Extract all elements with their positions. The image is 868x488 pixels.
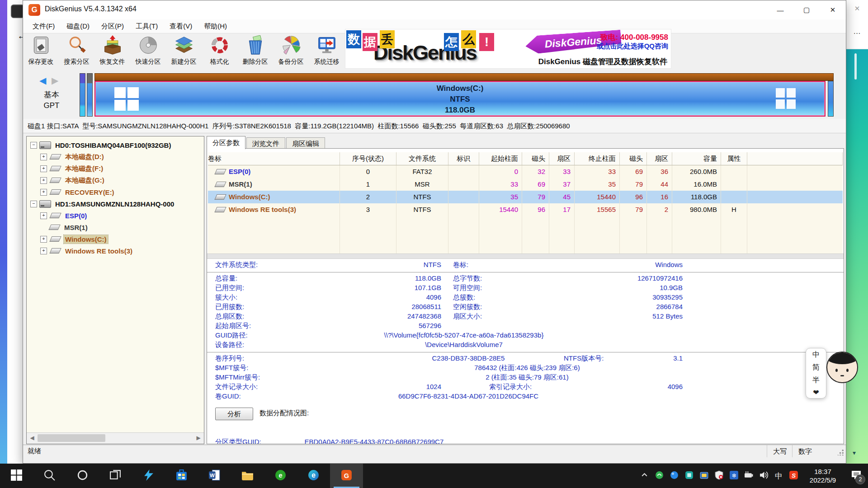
tree-expander-plus-icon[interactable]: + bbox=[40, 212, 47, 219]
taskbar-button-edge[interactable]: e bbox=[297, 464, 330, 488]
toolbar-button-format[interactable]: 格式化 bbox=[202, 35, 237, 69]
table-row-windows-re[interactable]: Windows RE tools(3)3NTFS1544096171556579… bbox=[208, 203, 843, 216]
scroll-left-arrow-icon[interactable]: ◀ bbox=[27, 433, 38, 443]
scrollbar-thumb[interactable] bbox=[38, 434, 105, 442]
taskbar-button-diskgenius[interactable]: G bbox=[330, 464, 363, 488]
tray-icon-ime[interactable]: 中 bbox=[771, 464, 786, 488]
banner-qq-link[interactable]: 或点击此处选择QQ咨询 bbox=[597, 42, 668, 51]
action-center-button[interactable]: 2 bbox=[844, 464, 868, 488]
tree-expander-plus-icon[interactable]: + bbox=[40, 177, 47, 184]
tree-expander-plus-icon[interactable]: + bbox=[40, 154, 47, 160]
toolbar-button-delete-partition[interactable]: 删除分区 bbox=[237, 35, 273, 69]
table-row-esp[interactable]: ESP(0)0FAT3203233336936260.0MB bbox=[208, 165, 843, 178]
tab-partition-params[interactable]: 分区参数 bbox=[207, 136, 245, 149]
background-more-icon[interactable]: ⋯ bbox=[846, 29, 868, 38]
toolbar-button-search-partition[interactable]: 搜索分区 bbox=[59, 35, 94, 69]
taskbar-button-lightning[interactable] bbox=[132, 464, 165, 488]
tree-horizontal-scrollbar[interactable]: ◀ ▶ bbox=[27, 432, 204, 444]
tab-browse-files[interactable]: 浏览文件 bbox=[246, 137, 285, 149]
tree-expander-plus-icon[interactable]: + bbox=[40, 248, 47, 254]
disk-header-strip[interactable] bbox=[94, 73, 834, 81]
menu-item-file[interactable]: 文件(F) bbox=[27, 19, 61, 33]
tree-expander-minus-icon[interactable]: − bbox=[30, 201, 37, 207]
tray-icon-app-green[interactable] bbox=[652, 464, 667, 488]
detail-value: \\?\Volume{fcf0fc5b-5207-47ce-a60a-7da61… bbox=[333, 331, 595, 339]
detail-row: 总容量:118.0GB总字节数:126710972416 bbox=[215, 274, 836, 284]
tree-item-windows-c[interactable]: +Windows(C:) bbox=[28, 233, 204, 245]
maximize-button[interactable]: ▢ bbox=[793, 0, 820, 19]
taskbar-button-explorer[interactable] bbox=[231, 464, 264, 488]
partition-icon bbox=[214, 194, 226, 200]
partition-bar-msr[interactable] bbox=[87, 73, 93, 117]
banner-phone[interactable]: 致电: 400-008-9958 bbox=[600, 32, 668, 42]
menu-item-help[interactable]: 帮助(H) bbox=[198, 19, 233, 33]
tray-icon-app-blue[interactable] bbox=[667, 464, 682, 488]
menu-item-tools[interactable]: 工具(T) bbox=[130, 19, 164, 33]
tree-expander-plus-icon[interactable]: + bbox=[40, 189, 47, 196]
resize-grip[interactable] bbox=[838, 449, 844, 455]
tray-icon-snowflake[interactable]: ❄ bbox=[726, 464, 741, 488]
table-row-windows-c[interactable]: Windows(C:)2NTFS357945154409616118.0GB bbox=[208, 191, 843, 203]
ime-bar-item[interactable]: 中 bbox=[812, 350, 820, 360]
taskbar-clock[interactable]: 18:372022/5/9 bbox=[801, 464, 844, 488]
tree-item-local-f[interactable]: +本地磁盘(F:) bbox=[28, 163, 204, 174]
table-cell: 69 bbox=[620, 165, 647, 178]
table-row-msr[interactable]: MSR(1)1MSR33693735794416.0MB bbox=[208, 178, 843, 191]
taskbar-button-cortana[interactable] bbox=[66, 464, 99, 488]
tray-icon-sogou[interactable]: S bbox=[786, 464, 801, 488]
toolbar-button-save-changes[interactable]: 保存更改 bbox=[23, 35, 59, 69]
ime-bar-item[interactable]: ❤ bbox=[813, 388, 819, 397]
tree-item-hd0[interactable]: −HD0:TOSHIBAMQ04ABF100(932GB) bbox=[28, 139, 204, 151]
taskbar-button-start[interactable] bbox=[0, 464, 33, 488]
tree-item-hd1[interactable]: −HD1:SAMSUNGMZNLN128HAHQ-000 bbox=[28, 198, 204, 210]
desktop-wallpaper-right: ✕ ⋯ ▾ bbox=[846, 0, 868, 464]
ad-banner[interactable]: DiskGenius DiskGenius 致电: 400-008-9958 或… bbox=[345, 29, 671, 69]
taskbar-button-browser-green[interactable]: e bbox=[264, 464, 297, 488]
taskbar-button-taskview[interactable] bbox=[99, 464, 132, 488]
partition-bar-windows-c[interactable]: Windows(C:) NTFS 118.0GB bbox=[94, 81, 826, 117]
ime-bar-item[interactable]: 半 bbox=[812, 375, 820, 385]
taskbar-button-search[interactable] bbox=[33, 464, 66, 488]
detail-value: 4096 bbox=[489, 383, 683, 390]
column-header: 容量 bbox=[672, 152, 721, 165]
ime-bar-item[interactable]: 简 bbox=[812, 363, 820, 372]
title-bar[interactable]: G DiskGenius V5.4.3.1342 x64 — ▢ ✕ bbox=[23, 0, 846, 19]
volume-name: Windows RE tools(3) bbox=[229, 203, 296, 216]
tree-expander-plus-icon[interactable]: + bbox=[40, 236, 47, 243]
toolbar-button-recover-files[interactable]: 恢复文件 bbox=[94, 35, 130, 69]
minimize-button[interactable]: — bbox=[767, 0, 793, 19]
tray-icon-gpu-card[interactable] bbox=[697, 464, 712, 488]
toolbar-button-new-partition[interactable]: 新建分区 bbox=[166, 35, 202, 69]
tray-icon-battery[interactable] bbox=[741, 464, 756, 488]
background-scrollbar[interactable] bbox=[854, 53, 857, 80]
toolbar-button-system-migration[interactable]: 系统迁移 bbox=[309, 35, 344, 69]
partition-bar-esp[interactable] bbox=[80, 73, 85, 117]
analyze-button[interactable]: 分析 bbox=[215, 408, 253, 420]
close-button[interactable]: ✕ bbox=[820, 0, 846, 19]
tray-icon-defender[interactable] bbox=[712, 464, 726, 488]
tree-item-local-g[interactable]: +本地磁盘(G:) bbox=[28, 174, 204, 186]
tree-expander-minus-icon[interactable]: − bbox=[30, 142, 37, 149]
menu-item-view[interactable]: 查看(V) bbox=[164, 19, 198, 33]
tree-item-esp[interactable]: +ESP(0) bbox=[28, 210, 204, 221]
prev-disk-arrow-icon[interactable]: ◀ bbox=[39, 75, 46, 85]
menu-item-disk[interactable]: 磁盘(D) bbox=[61, 19, 95, 33]
next-disk-arrow-icon[interactable]: ▶ bbox=[52, 75, 58, 85]
toolbar-button-quick-partition[interactable]: 快速分区 bbox=[130, 35, 166, 69]
toolbar-button-backup-partition[interactable]: 备份分区 bbox=[273, 35, 309, 69]
tray-icon-caret[interactable] bbox=[637, 464, 652, 488]
tray-icon-volume[interactable] bbox=[756, 464, 771, 488]
background-close-icon[interactable]: ✕ bbox=[846, 5, 868, 13]
tree-item-recovery-e[interactable]: +RECOVERY(E:) bbox=[28, 186, 204, 198]
tree-item-local-d[interactable]: +本地磁盘(D:) bbox=[28, 151, 204, 163]
taskbar-button-store[interactable] bbox=[165, 464, 198, 488]
tree-item-msr[interactable]: MSR(1) bbox=[28, 221, 204, 233]
partition-bar-re-tools[interactable] bbox=[828, 81, 834, 117]
menu-item-partition[interactable]: 分区(P) bbox=[95, 19, 130, 33]
tree-expander-plus-icon[interactable]: + bbox=[40, 165, 47, 172]
tree-item-windows-re[interactable]: +Windows RE tools(3) bbox=[28, 245, 204, 257]
scroll-right-arrow-icon[interactable]: ▶ bbox=[193, 433, 204, 443]
taskbar-button-word[interactable]: W bbox=[198, 464, 231, 488]
tab-sector-edit[interactable]: 扇区编辑 bbox=[286, 137, 325, 149]
tray-icon-app-teal[interactable] bbox=[682, 464, 697, 488]
